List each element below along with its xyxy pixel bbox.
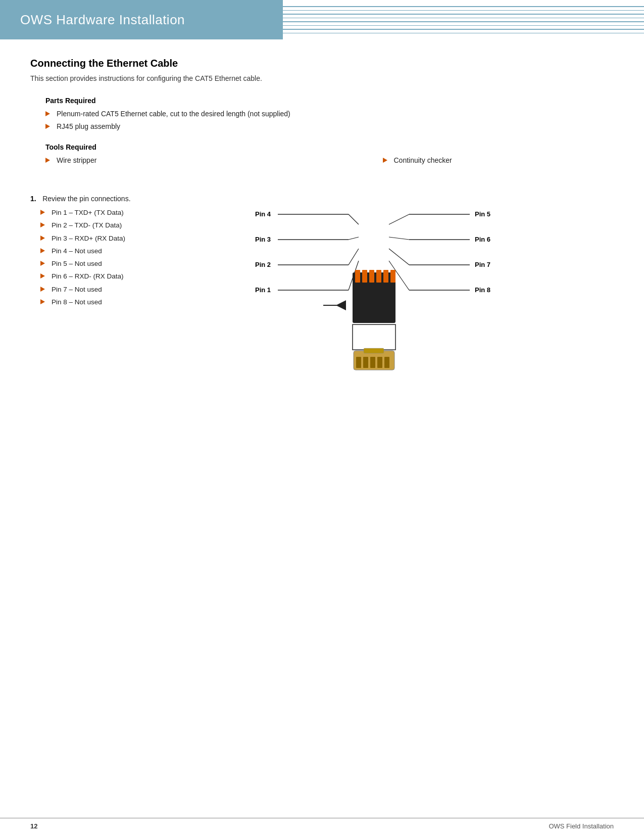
svg-rect-37	[353, 325, 395, 350]
page-header: OWS Hardware Installation	[0, 0, 644, 39]
svg-rect-43	[384, 357, 389, 368]
pin-item: Pin 4 – Not used	[40, 246, 217, 256]
svg-marker-8	[40, 261, 45, 266]
svg-text:Pin 2: Pin 2	[255, 261, 271, 268]
header-line-7	[283, 29, 644, 30]
bullet-arrow-icon	[40, 209, 47, 216]
header-lines	[283, 0, 644, 39]
bullet-arrow-icon	[40, 286, 47, 293]
svg-rect-31	[369, 270, 374, 283]
section-title: Connecting the Ethernet Cable	[30, 58, 614, 69]
svg-text:Pin 6: Pin 6	[475, 236, 490, 243]
svg-marker-4	[40, 210, 45, 215]
header-line-6	[283, 25, 644, 26]
page-title: OWS Hardware Installation	[20, 12, 185, 28]
svg-text:Pin 8: Pin 8	[475, 286, 490, 294]
header-blue-band: OWS Hardware Installation	[0, 0, 283, 39]
pin-item: Pin 8 – Not used	[40, 297, 217, 307]
pin-item: Pin 7 – Not used	[40, 285, 217, 295]
svg-marker-10	[40, 287, 45, 292]
header-line-8	[283, 33, 644, 34]
tools-col1: Wire stripper	[45, 155, 277, 168]
svg-line-26	[389, 249, 409, 265]
header-line-1	[283, 6, 644, 7]
page-content: Connecting the Ethernet Cable This secti…	[0, 39, 644, 396]
pin-list: Pin 1 – TXD+ (TX Data) Pin 2 – TXD- (TX …	[40, 208, 217, 307]
svg-rect-33	[383, 270, 388, 283]
parts-required-section: Parts Required Plenum-rated CAT5 Etherne…	[30, 97, 614, 132]
list-item: Wire stripper	[45, 155, 277, 166]
svg-marker-6	[40, 236, 45, 241]
pin-item: Pin 1 – TXD+ (TX Data)	[40, 208, 217, 218]
page-footer: 12 OWS Field Installation	[0, 818, 644, 834]
svg-marker-3	[383, 158, 387, 163]
list-item: Continuity checker	[383, 155, 614, 166]
svg-text:Pin 1: Pin 1	[255, 286, 271, 294]
parts-list: Plenum-rated CAT5 Ethernet cable, cut to…	[45, 109, 614, 132]
list-item: Plenum-rated CAT5 Ethernet cable, cut to…	[45, 109, 614, 119]
svg-text:Pin 4: Pin 4	[255, 210, 271, 218]
header-line-2	[283, 10, 644, 11]
bullet-arrow-icon	[40, 298, 47, 305]
pin-item: Pin 2 – TXD- (TX Data)	[40, 220, 217, 230]
svg-text:Pin 7: Pin 7	[475, 261, 490, 268]
tools-required-section: Tools Required Wire stripper	[30, 143, 614, 179]
svg-marker-9	[40, 273, 45, 279]
bullet-arrow-icon	[45, 110, 53, 117]
main-content-row: 1. Review the pin connections. Pin 1 – T…	[30, 194, 614, 366]
bullet-arrow-icon	[45, 156, 53, 163]
footer-title: OWS Field Installation	[549, 822, 614, 830]
svg-line-16	[349, 214, 359, 224]
list-item: RJ45 plug assembly	[45, 121, 614, 132]
left-instructions: 1. Review the pin connections. Pin 1 – T…	[30, 194, 217, 310]
svg-rect-30	[362, 270, 367, 283]
svg-marker-7	[40, 248, 45, 253]
svg-rect-32	[376, 270, 381, 283]
tools-heading: Tools Required	[45, 143, 614, 151]
svg-rect-41	[370, 357, 375, 368]
tools-col2: Continuity checker	[383, 155, 614, 168]
pin-item: Pin 6 – RXD- (RX Data)	[40, 271, 217, 282]
svg-rect-42	[377, 357, 382, 368]
diagram-area: Pin 4 Pin 3 Pin 2 Pin 1 Pin 5 Pin 6 Pin …	[237, 194, 614, 366]
svg-rect-34	[390, 270, 395, 283]
header-line-4	[283, 18, 644, 19]
svg-text:Pin 3: Pin 3	[255, 236, 271, 243]
bullet-arrow-icon	[40, 260, 47, 267]
svg-rect-39	[356, 357, 361, 368]
svg-line-18	[349, 249, 359, 265]
bullet-arrow-icon	[45, 122, 53, 129]
svg-marker-0	[45, 111, 50, 116]
step-number: 1.	[30, 195, 36, 203]
svg-marker-1	[45, 124, 50, 129]
bullet-arrow-icon	[40, 247, 47, 254]
svg-marker-5	[40, 222, 45, 227]
bullet-arrow-icon	[40, 235, 47, 242]
svg-rect-44	[364, 348, 384, 353]
pin-item: Pin 5 – Not used	[40, 259, 217, 269]
svg-line-24	[389, 214, 409, 224]
svg-rect-29	[355, 270, 360, 283]
section-intro: This section provides instructions for c…	[30, 74, 614, 82]
svg-marker-2	[45, 158, 50, 163]
bullet-arrow-icon	[40, 272, 47, 280]
svg-text:Pin 5: Pin 5	[475, 210, 490, 218]
header-line-5	[283, 21, 644, 22]
svg-rect-40	[363, 357, 368, 368]
bullet-arrow-icon	[383, 156, 390, 163]
header-line-3	[283, 14, 644, 15]
svg-marker-11	[40, 299, 45, 304]
tools-row: Wire stripper Continuity checker	[30, 155, 614, 179]
pin-item: Pin 3 – RXD+ (RX Data)	[40, 234, 217, 244]
connector-diagram: Pin 4 Pin 3 Pin 2 Pin 1 Pin 5 Pin 6 Pin …	[237, 194, 510, 406]
footer-page-number: 12	[30, 822, 37, 830]
step-text: Review the pin connections.	[42, 195, 130, 203]
svg-line-25	[389, 237, 409, 240]
parts-heading: Parts Required	[45, 97, 614, 105]
bullet-arrow-icon	[40, 221, 47, 228]
step1: 1. Review the pin connections.	[30, 194, 217, 203]
svg-line-17	[349, 237, 359, 240]
